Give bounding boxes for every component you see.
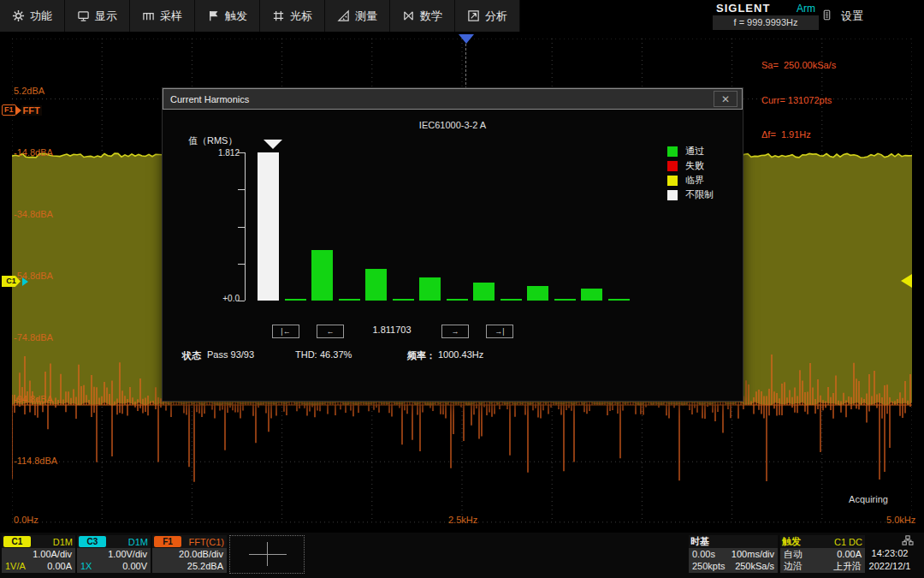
trigger-level: 0.00A xyxy=(837,548,862,560)
freq-label-end: 5.0kHz xyxy=(886,515,915,525)
menu-item-cursor[interactable]: 光标 xyxy=(260,0,325,32)
trigger-type: 边沿 xyxy=(784,560,803,572)
y-axis-max-label: 1.812 xyxy=(187,148,240,158)
f1-scale: 20.0dB/div xyxy=(179,548,223,560)
clock-date: 2022/12/1 xyxy=(859,560,921,572)
points-readout: Curr= 131072pts xyxy=(761,95,836,107)
trigger-mode: 自动 xyxy=(784,548,803,560)
trigger-box[interactable]: 触发C1 DC 自动0.00A 边沿上升沿 xyxy=(780,535,865,573)
timebase-rate: 250kSa/s xyxy=(735,560,774,572)
harmonic-bar-14 xyxy=(608,299,630,301)
c3-coupling: D1M xyxy=(128,537,148,547)
y-axis-title: 值（RMS） xyxy=(188,134,237,147)
db-axis-label: 5.2dBA xyxy=(14,86,44,96)
c1-scale: 1.00A/div xyxy=(33,548,72,560)
delta-f-readout: Δf= 1.91Hz xyxy=(761,129,836,141)
c3-scale: 1.00V/div xyxy=(108,548,147,560)
sample-rate-readout: Sa= 250.00kSa/s xyxy=(761,60,836,72)
standard-label: IEC61000-3-2 A xyxy=(163,120,743,130)
harmonic-bar-2 xyxy=(285,299,306,301)
math-f1-box[interactable]: F1 FFT(C1) 20.0dB/div 25.2dBA xyxy=(152,535,227,573)
harmonic-bar-1 xyxy=(258,152,279,301)
y-axis-tick xyxy=(238,152,245,153)
analysis-icon xyxy=(467,9,480,22)
gear-icon xyxy=(12,9,25,22)
legend-swatch xyxy=(667,146,678,157)
c1-coupling: D1M xyxy=(53,537,73,547)
trigger-flag-icon xyxy=(207,9,220,22)
c1-badge: C1 xyxy=(3,536,31,547)
menu-item-acquire[interactable]: 采样 xyxy=(130,0,195,32)
acquiring-status: Acquiring xyxy=(817,494,920,504)
db-axis-label: -94.8dBA xyxy=(14,394,53,404)
brand-box: SIGLENT Arm f = 999.9993Hz xyxy=(713,1,819,31)
close-icon[interactable]: ✕ xyxy=(714,91,737,107)
timebase-box[interactable]: 时基 0.00s100ms/div 250kpts250kSa/s xyxy=(689,535,778,573)
dialog-title-bar[interactable]: Current Harmonics ✕ xyxy=(163,88,743,110)
menu-item-label: 分析 xyxy=(485,9,507,24)
measure-icon xyxy=(337,9,350,22)
network-icon xyxy=(902,535,914,547)
db-axis-label: -14.8dBA xyxy=(14,147,53,158)
harmonic-bar-5 xyxy=(365,269,387,301)
y-axis-tick xyxy=(238,264,245,265)
last-harmonic-button[interactable]: →| xyxy=(486,325,513,338)
trigger-position-line xyxy=(465,44,466,93)
trigger-position-marker[interactable] xyxy=(459,34,474,44)
scope-display: Sa= 250.00kSa/s Curr= 131072pts Δf= 1.91… xyxy=(0,32,924,533)
legend-swatch xyxy=(667,190,678,200)
channel-c3-box[interactable]: C3 D1M 1.00V/div 1X0.00V xyxy=(77,535,151,573)
menu-item-display[interactable]: 显示 xyxy=(65,0,130,32)
menu-item-math[interactable]: 数学 xyxy=(390,0,455,32)
menu-item-label: 光标 xyxy=(290,9,312,24)
trigger-level-marker[interactable] xyxy=(901,274,912,288)
menu-item-measure[interactable]: 测量 xyxy=(325,0,390,32)
next-harmonic-button[interactable]: → xyxy=(441,325,469,338)
c1-tag: C1 xyxy=(2,276,21,287)
menu-item-analysis[interactable]: 分析 xyxy=(455,0,520,32)
settings-icon xyxy=(821,9,832,24)
menu-item-label: 测量 xyxy=(355,9,377,24)
prev-harmonic-button[interactable]: ← xyxy=(317,325,344,338)
settings-label: 设置 xyxy=(841,9,863,24)
fundamental-freq-label: 频率： xyxy=(407,349,435,362)
menu-item-function[interactable]: 功能 xyxy=(0,0,65,32)
y-axis-tick xyxy=(238,189,245,190)
legend-swatch xyxy=(667,161,678,171)
c1-offset: 0.00A xyxy=(47,560,72,572)
legend: 通过失败临界不限制 xyxy=(667,144,714,202)
settings-button[interactable]: 设置 xyxy=(821,0,890,32)
legend-label: 通过 xyxy=(685,145,704,158)
f1-offset: 25.2dBA xyxy=(187,560,223,572)
y-axis-line xyxy=(245,152,246,301)
selected-harmonic-marker xyxy=(264,140,282,149)
legend-swatch xyxy=(667,176,678,186)
crosshair-icon xyxy=(267,542,268,566)
legend-item: 临界 xyxy=(667,173,714,188)
c1-level-marker[interactable]: C1 xyxy=(2,276,28,287)
trigger-label: 触发 xyxy=(782,535,801,548)
channel-c1-box[interactable]: C1 D1M 1.00A/div 1V/A0.00A xyxy=(2,535,75,573)
status-value: Pass 93/93 xyxy=(207,349,254,360)
legend-label: 不限制 xyxy=(685,188,714,201)
y-axis-tick xyxy=(238,301,245,301)
f1-fft-trace-marker[interactable]: F1 FFT xyxy=(2,104,42,116)
legend-label: 临界 xyxy=(685,174,704,187)
menu-item-trigger[interactable]: 触发 xyxy=(195,0,260,32)
c3-offset: 0.00V xyxy=(122,560,147,572)
trigger-slope: 上升沿 xyxy=(833,560,862,572)
thd-value: 46.37% xyxy=(320,349,352,360)
db-axis-label: -114.8dBA xyxy=(14,456,57,466)
top-menu-bar: 功能显示采样触发光标测量数学分析 SIGLENT Arm f = 999.999… xyxy=(0,0,924,32)
math-icon xyxy=(402,9,415,22)
y-axis-min-label: +0.0 xyxy=(187,294,240,303)
harmonic-bar-11 xyxy=(527,286,548,301)
acquire-icon xyxy=(142,9,155,22)
first-harmonic-button[interactable]: |← xyxy=(272,325,299,338)
timebase-delay: 0.00s xyxy=(692,548,715,560)
c3-probe: 1X xyxy=(80,560,92,572)
db-axis-label: -74.8dBA xyxy=(14,332,53,343)
menu-item-label: 功能 xyxy=(30,9,52,24)
main-menu: 功能显示采样触发光标测量数学分析 xyxy=(0,0,520,32)
c3-arrow-icon xyxy=(22,277,28,286)
